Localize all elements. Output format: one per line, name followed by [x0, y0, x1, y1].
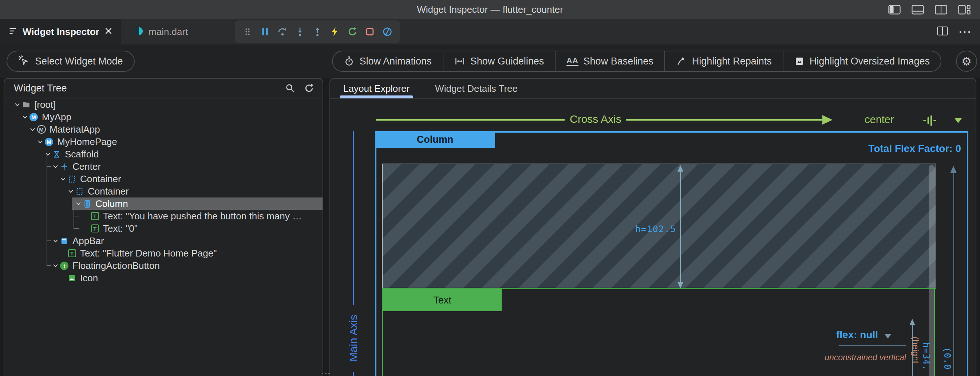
- tree-node[interactable]: +FloatingActionButton: [4, 260, 323, 272]
- text-widget-tab[interactable]: Text: [383, 289, 502, 311]
- tree-node[interactable]: TText: "0": [4, 222, 323, 235]
- widget-tree-title: Widget Tree: [14, 83, 67, 94]
- alignment-dropdown-caret[interactable]: [954, 118, 962, 123]
- chevron-down-icon[interactable]: [74, 201, 82, 207]
- main-axis-label: Main Axis: [347, 315, 360, 362]
- baselines-icon: AA: [566, 56, 578, 66]
- tree-node[interactable]: Container: [4, 185, 323, 198]
- panel-bottom-icon[interactable]: [912, 5, 924, 14]
- tree-rows: [root]MMyAppMMaterialAppMMyHomePageScaff…: [4, 98, 323, 376]
- settings-button[interactable]: ⚙: [956, 51, 977, 72]
- flex-dropdown[interactable]: flex: null: [836, 329, 891, 341]
- widget-tree-header: Widget Tree: [4, 79, 323, 98]
- text-icon: T: [67, 249, 77, 257]
- editor-tab-bar: Widget Inspector main.dart ⋯: [0, 19, 980, 45]
- toggle-highlight-oversized-images[interactable]: Highlight Oversized Images: [783, 51, 941, 71]
- chevron-down-icon[interactable]: [59, 176, 67, 182]
- chevron-down-icon[interactable]: [21, 114, 29, 120]
- scaffold-icon: [52, 150, 62, 158]
- toggle-slow-animations[interactable]: Slow Animations: [333, 51, 443, 71]
- appbar-icon: [59, 237, 69, 245]
- guidelines-icon: [454, 56, 465, 67]
- tree-node[interactable]: Container: [4, 173, 323, 185]
- image-icon: [67, 274, 77, 282]
- debug-toolbar: [235, 21, 400, 43]
- folder-icon: [21, 100, 31, 108]
- search-icon[interactable]: [285, 83, 296, 94]
- stopwatch-icon: [344, 56, 355, 67]
- align-center-icon[interactable]: [923, 115, 937, 128]
- main-axis-line: [353, 131, 354, 305]
- tree-node[interactable]: Icon: [4, 272, 323, 284]
- toggle-show-baselines[interactable]: AAShow Baselines: [555, 51, 664, 71]
- main-axis-line: [353, 372, 354, 376]
- split-editor-icon[interactable]: [937, 26, 948, 37]
- toggle-group: Slow AnimationsShow GuidelinesAAShow Bas…: [332, 51, 942, 72]
- layout-explorer-panel: Layout Explorer Widget Details Tree Cros…: [329, 78, 976, 376]
- close-icon[interactable]: [105, 27, 113, 37]
- active-tab-underline: [340, 96, 413, 98]
- chevron-down-icon[interactable]: [29, 126, 37, 132]
- cross-axis-line: [376, 119, 565, 121]
- pause-button[interactable]: [258, 23, 273, 40]
- tab-widget-inspector[interactable]: Widget Inspector: [0, 19, 121, 45]
- fab-icon: +: [59, 261, 69, 270]
- material-app-icon: M: [37, 125, 46, 134]
- panel-splitter[interactable]: [322, 373, 330, 374]
- stop-button[interactable]: [362, 23, 377, 40]
- tree-node[interactable]: Scaffold: [4, 148, 323, 160]
- text-height-hint-rotated: (height: [910, 337, 921, 363]
- tree-node[interactable]: Center: [4, 160, 323, 173]
- constraint-hint: unconstrained vertical: [815, 353, 916, 363]
- tree-node[interactable]: TText: "Flutter Demo Home Page": [4, 247, 323, 260]
- widget-inspector-window: Widget Inspector — flutter_counter Widge…: [0, 0, 980, 376]
- tree-node[interactable]: MMaterialApp: [4, 123, 323, 135]
- tree-node[interactable]: MMyApp: [4, 111, 323, 123]
- window-controls: [888, 0, 970, 19]
- flex-dropdown-caret: [884, 334, 891, 338]
- toggle-highlight-repaints[interactable]: Highlight Repaints: [664, 51, 783, 71]
- inspector-button[interactable]: [380, 23, 395, 40]
- chevron-down-icon[interactable]: [51, 263, 59, 269]
- tab-layout-explorer[interactable]: Layout Explorer: [341, 79, 412, 98]
- tree-node[interactable]: MMyHomePage: [4, 135, 323, 148]
- step-over-button[interactable]: [275, 23, 290, 40]
- toggle-show-guidelines[interactable]: Show Guidelines: [443, 51, 555, 71]
- select-mode-icon: [18, 55, 29, 67]
- chevron-down-icon[interactable]: [44, 151, 52, 158]
- chevron-down-icon[interactable]: [36, 139, 44, 145]
- restart-button[interactable]: [345, 23, 360, 40]
- column-widget-tab[interactable]: Column: [375, 131, 495, 148]
- more-icon[interactable]: ⋯: [958, 25, 971, 38]
- chevron-down-icon[interactable]: [13, 102, 21, 108]
- chevron-down-icon[interactable]: [51, 164, 59, 170]
- inspector-toolbar: Select Widget Mode Slow AnimationsShow G…: [0, 45, 980, 78]
- chevron-down-icon[interactable]: [51, 238, 59, 244]
- step-into-button[interactable]: [292, 23, 308, 40]
- refresh-icon[interactable]: [304, 83, 315, 94]
- tree-node[interactable]: [root]: [4, 98, 323, 111]
- panel-split-icon[interactable]: [935, 5, 947, 14]
- cross-axis-alignment-value[interactable]: center: [865, 114, 894, 126]
- bolt-button[interactable]: [327, 23, 342, 40]
- step-out-button[interactable]: [310, 23, 325, 40]
- column-height-arrow-line: [953, 172, 954, 376]
- free-space-height-label: h=102.5: [586, 224, 676, 234]
- tree-tick: [46, 241, 51, 241]
- tab-widget-details-tree[interactable]: Widget Details Tree: [433, 79, 520, 98]
- widget-class-icon: M: [29, 113, 38, 121]
- layout-grid-icon[interactable]: [958, 5, 970, 14]
- select-widget-mode-button[interactable]: Select Widget Mode: [6, 51, 135, 72]
- window-title: Widget Inspector — flutter_counter: [417, 4, 563, 15]
- tab-main-dart[interactable]: main.dart: [123, 19, 199, 45]
- grip-button[interactable]: [240, 23, 255, 40]
- tree-node[interactable]: Column: [4, 198, 323, 210]
- chevron-down-icon[interactable]: [67, 188, 75, 194]
- tree-node[interactable]: TText: "You have pushed the button this …: [4, 210, 323, 222]
- tree-node[interactable]: AppBar: [4, 235, 323, 247]
- tab-bar-actions: ⋯: [937, 19, 971, 45]
- cross-axis-label: Cross Axis: [570, 113, 621, 125]
- height-arrow-bottom: [678, 282, 683, 288]
- total-flex-factor: Total Flex Factor: 0: [785, 143, 961, 155]
- panel-left-icon[interactable]: [888, 5, 900, 14]
